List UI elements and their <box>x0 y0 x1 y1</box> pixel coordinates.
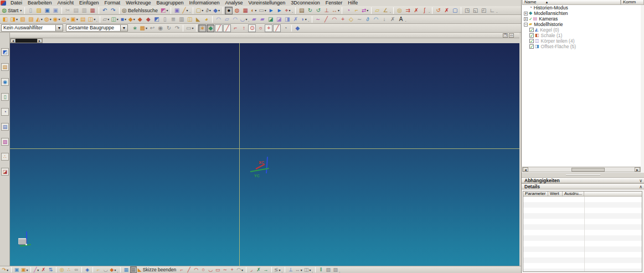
copy-sketch-button[interactable]: ▣ <box>13 266 20 273</box>
dependencies-section-header[interactable]: Abhängigkeiten ∨ <box>522 177 644 183</box>
emboss-button[interactable]: ◫▾ <box>87 16 96 23</box>
dropdown-arrow-icon[interactable]: ▾ <box>305 17 307 21</box>
fly-path-button[interactable]: ► <box>276 7 284 14</box>
sphere-feature-button[interactable]: ◍▾ <box>44 16 52 23</box>
unite-button[interactable]: ◆▾ <box>128 16 136 23</box>
dropdown-arrow-icon[interactable]: ▾ <box>133 17 135 21</box>
tree-item-kegel[interactable]: ✓◭Kegel (0) <box>522 27 641 33</box>
toolbar-overflow-icon[interactable]: . <box>496 9 497 14</box>
dropdown-arrow-icon[interactable]: ▾ <box>209 8 211 12</box>
window-maximize-icon[interactable]: ▭ <box>509 33 514 38</box>
feature-checkbox[interactable]: ✓ <box>529 33 534 38</box>
shell-button[interactable]: ▯ <box>161 16 169 23</box>
details-column-wert[interactable]: Wert <box>548 192 563 197</box>
dropdown-arrow-icon[interactable]: ▾ <box>279 268 281 272</box>
display-cube-button[interactable]: ◆▾ <box>213 7 220 14</box>
i-form-button[interactable]: ◗▾ <box>300 16 308 23</box>
details-column-ausdruck[interactable]: Ausdru... ▲ <box>563 192 584 197</box>
toolbar-overflow-icon[interactable]: . <box>339 269 340 273</box>
section-curve-button[interactable]: ʃ <box>421 7 429 14</box>
sketch-pencil-button[interactable]: ╱▾ <box>33 266 40 273</box>
studio-surface-button[interactable]: ▰ <box>250 16 258 23</box>
polygon-button[interactable]: ◇ <box>347 16 355 23</box>
rotate-scene-button[interactable]: ↻ <box>306 7 314 14</box>
menu-item-3dconnexion[interactable]: 3Dconnexion <box>288 0 323 6</box>
dropdown-arrow-icon[interactable]: ▾ <box>41 17 43 21</box>
block-button[interactable]: ▧ <box>19 16 27 23</box>
dropdown-arrow-icon[interactable]: ▾ <box>187 8 188 12</box>
tree-item-kameras[interactable]: +✓▤Kameras <box>522 16 641 22</box>
sketch-point-button[interactable]: + <box>229 266 235 273</box>
tree-item-modellhistorie[interactable]: −▰Modellhistorie <box>522 22 641 27</box>
sketch-fillet-button[interactable]: ◞ <box>248 266 255 273</box>
scroll-left-icon[interactable]: ◄ <box>11 39 16 43</box>
spline-button[interactable]: ∼ <box>314 16 322 23</box>
chevron-down-icon[interactable]: ▼ <box>55 25 63 31</box>
sketch-line-button[interactable]: ╱ <box>186 266 192 273</box>
key-button[interactable]: ⌐ <box>353 7 360 14</box>
tree-item-historien-modus[interactable]: ◔Historien-Modus <box>522 5 641 11</box>
law-curve-button[interactable]: ∂ <box>364 16 372 23</box>
subtract-button[interactable]: ◆ <box>136 16 144 23</box>
auto-dimension-button[interactable]: ↔▾ <box>295 266 303 273</box>
feature-checkbox[interactable]: ✓ <box>529 39 534 43</box>
dropdown-arrow-icon[interactable]: ▾ <box>37 268 39 272</box>
visual-style-button[interactable]: ◩▾ <box>160 7 168 14</box>
tree-item-koerper-teilen[interactable]: ✓◫Körper teilen (4) <box>522 38 641 44</box>
toolbar-overflow-icon[interactable]: . <box>117 269 118 273</box>
sketch-arc-button[interactable]: ◠ <box>193 266 199 273</box>
quick-trim-button[interactable]: ≶▾ <box>274 266 281 273</box>
dropdown-arrow-icon[interactable]: ▾ <box>255 8 256 12</box>
sweep-along-guide-button[interactable]: ▰ <box>259 16 266 23</box>
menu-item-baugruppen[interactable]: Baugruppen <box>153 0 186 6</box>
offset-surface-button[interactable]: ◨ <box>284 16 291 23</box>
toolbar-overflow-icon[interactable]: . <box>312 269 313 273</box>
zoom-find-button[interactable]: ◎ <box>59 266 65 273</box>
part-navigator-tab[interactable]: ▤ <box>1 63 9 71</box>
finish-sketch-button[interactable]: ◣Skizze beenden <box>137 266 178 273</box>
reuse-library-tab[interactable]: ▯ <box>1 93 9 101</box>
import-export-button[interactable]: ⇄▾ <box>361 7 369 14</box>
fly-through-button[interactable]: ► <box>267 7 275 14</box>
menu-item-hilfe[interactable]: Hilfe <box>345 0 360 6</box>
dropdown-arrow-icon[interactable]: ▾ <box>107 17 109 21</box>
dropdown-arrow-icon[interactable]: ▾ <box>7 268 8 272</box>
sketch-ellipse-button[interactable]: ◠▾ <box>236 266 244 273</box>
export-jpeg-button[interactable]: ▦ <box>89 7 96 14</box>
menu-item-analyse[interactable]: Analyse <box>223 0 246 6</box>
intersection-curve-button[interactable]: ✗ <box>389 16 396 23</box>
toolbar-overflow-icon[interactable]: . <box>248 18 249 23</box>
constraints-button[interactable]: ⊥ <box>287 266 294 273</box>
chamfer-button[interactable]: ◣ <box>194 16 202 23</box>
layer-settings-button[interactable]: ▤ <box>298 7 306 14</box>
cylinder-button[interactable]: ▨ <box>27 16 35 23</box>
dropdown-arrow-icon[interactable]: ▾ <box>50 17 51 21</box>
tools-button[interactable]: ◡ <box>102 266 109 273</box>
redo-button[interactable]: ↷ <box>109 7 117 14</box>
point-curve-button[interactable]: + <box>339 16 347 23</box>
orient-sphere-button[interactable]: ◍ <box>233 7 241 14</box>
dropdown-arrow-icon[interactable]: ▾ <box>146 26 147 30</box>
snap-quadrant-button[interactable]: ○ <box>256 24 264 32</box>
snap-point-on-curve-button[interactable]: ╱ <box>273 24 281 32</box>
process-studio-tab[interactable]: ▤ <box>1 123 9 131</box>
toolbar-overflow-icon[interactable]: . <box>390 9 391 14</box>
sheet-corner3-button[interactable]: ◰ <box>480 7 488 14</box>
extrude-button[interactable]: ◧ <box>2 16 9 23</box>
edge-blend-button[interactable]: ◕ <box>203 16 210 23</box>
toolbar-overflow-icon[interactable]: . <box>96 18 97 23</box>
comb-analysis-button[interactable]: ✗ <box>413 7 420 14</box>
menu-item-bearbeiten[interactable]: Bearbeiten <box>25 0 55 6</box>
pad-button[interactable]: ▤ <box>79 16 87 23</box>
orient-view-sketch-button[interactable]: ⇅ <box>48 266 54 273</box>
torch-button[interactable]: ◆▾ <box>110 266 117 273</box>
menu-item-fenster[interactable]: Fenster <box>323 0 346 6</box>
delete-button[interactable]: ✗ <box>443 7 451 14</box>
chevron-down-icon[interactable]: ▼ <box>120 25 127 31</box>
trim-body-button[interactable]: ◩ <box>153 16 161 23</box>
save-as-button[interactable]: ▣ <box>51 7 59 14</box>
details-section-header[interactable]: Details ∧ <box>522 183 644 189</box>
sketch-rectangle-button[interactable]: ▭ <box>214 266 221 273</box>
new-file-button[interactable]: ▯ <box>27 7 34 14</box>
column-header-comment[interactable]: Komm <box>621 0 644 5</box>
